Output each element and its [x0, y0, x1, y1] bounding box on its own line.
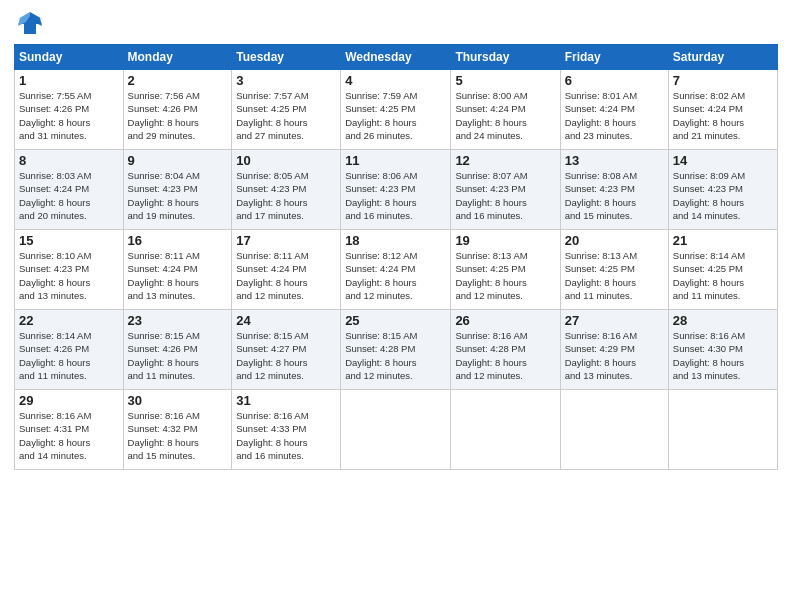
day-cell: 23Sunrise: 8:15 AM Sunset: 4:26 PM Dayli… [123, 310, 232, 390]
day-number: 4 [345, 73, 446, 88]
day-cell: 16Sunrise: 8:11 AM Sunset: 4:24 PM Dayli… [123, 230, 232, 310]
day-info: Sunrise: 8:16 AM Sunset: 4:31 PM Dayligh… [19, 409, 119, 462]
day-cell: 4Sunrise: 7:59 AM Sunset: 4:25 PM Daylig… [341, 70, 451, 150]
day-cell: 9Sunrise: 8:04 AM Sunset: 4:23 PM Daylig… [123, 150, 232, 230]
weekday-header-tuesday: Tuesday [232, 45, 341, 70]
week-row-1: 1Sunrise: 7:55 AM Sunset: 4:26 PM Daylig… [15, 70, 778, 150]
day-cell: 13Sunrise: 8:08 AM Sunset: 4:23 PM Dayli… [560, 150, 668, 230]
day-cell: 30Sunrise: 8:16 AM Sunset: 4:32 PM Dayli… [123, 390, 232, 470]
day-info: Sunrise: 8:15 AM Sunset: 4:27 PM Dayligh… [236, 329, 336, 382]
day-info: Sunrise: 8:16 AM Sunset: 4:32 PM Dayligh… [128, 409, 228, 462]
day-number: 2 [128, 73, 228, 88]
day-info: Sunrise: 8:11 AM Sunset: 4:24 PM Dayligh… [236, 249, 336, 302]
day-number: 18 [345, 233, 446, 248]
day-info: Sunrise: 7:59 AM Sunset: 4:25 PM Dayligh… [345, 89, 446, 142]
day-cell: 28Sunrise: 8:16 AM Sunset: 4:30 PM Dayli… [668, 310, 777, 390]
day-number: 23 [128, 313, 228, 328]
day-number: 24 [236, 313, 336, 328]
day-cell [451, 390, 560, 470]
day-info: Sunrise: 7:55 AM Sunset: 4:26 PM Dayligh… [19, 89, 119, 142]
day-cell: 18Sunrise: 8:12 AM Sunset: 4:24 PM Dayli… [341, 230, 451, 310]
day-cell: 22Sunrise: 8:14 AM Sunset: 4:26 PM Dayli… [15, 310, 124, 390]
day-info: Sunrise: 8:13 AM Sunset: 4:25 PM Dayligh… [455, 249, 555, 302]
day-cell: 1Sunrise: 7:55 AM Sunset: 4:26 PM Daylig… [15, 70, 124, 150]
weekday-header-saturday: Saturday [668, 45, 777, 70]
day-cell: 12Sunrise: 8:07 AM Sunset: 4:23 PM Dayli… [451, 150, 560, 230]
day-cell: 14Sunrise: 8:09 AM Sunset: 4:23 PM Dayli… [668, 150, 777, 230]
day-number: 16 [128, 233, 228, 248]
calendar-header: SundayMondayTuesdayWednesdayThursdayFrid… [15, 45, 778, 70]
day-cell [668, 390, 777, 470]
day-cell: 5Sunrise: 8:00 AM Sunset: 4:24 PM Daylig… [451, 70, 560, 150]
day-number: 3 [236, 73, 336, 88]
day-info: Sunrise: 8:00 AM Sunset: 4:24 PM Dayligh… [455, 89, 555, 142]
day-info: Sunrise: 8:02 AM Sunset: 4:24 PM Dayligh… [673, 89, 773, 142]
day-number: 31 [236, 393, 336, 408]
day-info: Sunrise: 8:16 AM Sunset: 4:30 PM Dayligh… [673, 329, 773, 382]
day-number: 8 [19, 153, 119, 168]
day-info: Sunrise: 8:03 AM Sunset: 4:24 PM Dayligh… [19, 169, 119, 222]
day-number: 25 [345, 313, 446, 328]
day-info: Sunrise: 8:04 AM Sunset: 4:23 PM Dayligh… [128, 169, 228, 222]
day-number: 21 [673, 233, 773, 248]
day-info: Sunrise: 8:14 AM Sunset: 4:26 PM Dayligh… [19, 329, 119, 382]
day-info: Sunrise: 8:07 AM Sunset: 4:23 PM Dayligh… [455, 169, 555, 222]
day-number: 6 [565, 73, 664, 88]
logo [14, 10, 50, 38]
logo-icon [14, 10, 46, 38]
day-cell: 29Sunrise: 8:16 AM Sunset: 4:31 PM Dayli… [15, 390, 124, 470]
weekday-row: SundayMondayTuesdayWednesdayThursdayFrid… [15, 45, 778, 70]
weekday-header-wednesday: Wednesday [341, 45, 451, 70]
day-info: Sunrise: 8:08 AM Sunset: 4:23 PM Dayligh… [565, 169, 664, 222]
weekday-header-friday: Friday [560, 45, 668, 70]
day-cell: 8Sunrise: 8:03 AM Sunset: 4:24 PM Daylig… [15, 150, 124, 230]
week-row-3: 15Sunrise: 8:10 AM Sunset: 4:23 PM Dayli… [15, 230, 778, 310]
day-info: Sunrise: 8:16 AM Sunset: 4:33 PM Dayligh… [236, 409, 336, 462]
header [14, 10, 778, 38]
page-container: SundayMondayTuesdayWednesdayThursdayFrid… [0, 0, 792, 480]
day-number: 7 [673, 73, 773, 88]
day-number: 28 [673, 313, 773, 328]
weekday-header-monday: Monday [123, 45, 232, 70]
day-cell [341, 390, 451, 470]
day-number: 17 [236, 233, 336, 248]
day-info: Sunrise: 8:09 AM Sunset: 4:23 PM Dayligh… [673, 169, 773, 222]
day-number: 1 [19, 73, 119, 88]
day-info: Sunrise: 8:05 AM Sunset: 4:23 PM Dayligh… [236, 169, 336, 222]
day-cell: 11Sunrise: 8:06 AM Sunset: 4:23 PM Dayli… [341, 150, 451, 230]
day-number: 14 [673, 153, 773, 168]
day-cell: 2Sunrise: 7:56 AM Sunset: 4:26 PM Daylig… [123, 70, 232, 150]
week-row-5: 29Sunrise: 8:16 AM Sunset: 4:31 PM Dayli… [15, 390, 778, 470]
day-cell: 15Sunrise: 8:10 AM Sunset: 4:23 PM Dayli… [15, 230, 124, 310]
day-number: 26 [455, 313, 555, 328]
day-info: Sunrise: 7:56 AM Sunset: 4:26 PM Dayligh… [128, 89, 228, 142]
day-number: 22 [19, 313, 119, 328]
day-cell: 25Sunrise: 8:15 AM Sunset: 4:28 PM Dayli… [341, 310, 451, 390]
day-number: 27 [565, 313, 664, 328]
day-info: Sunrise: 8:11 AM Sunset: 4:24 PM Dayligh… [128, 249, 228, 302]
day-cell: 24Sunrise: 8:15 AM Sunset: 4:27 PM Dayli… [232, 310, 341, 390]
weekday-header-sunday: Sunday [15, 45, 124, 70]
day-cell: 10Sunrise: 8:05 AM Sunset: 4:23 PM Dayli… [232, 150, 341, 230]
day-cell: 20Sunrise: 8:13 AM Sunset: 4:25 PM Dayli… [560, 230, 668, 310]
day-info: Sunrise: 8:12 AM Sunset: 4:24 PM Dayligh… [345, 249, 446, 302]
day-info: Sunrise: 8:16 AM Sunset: 4:28 PM Dayligh… [455, 329, 555, 382]
day-info: Sunrise: 7:57 AM Sunset: 4:25 PM Dayligh… [236, 89, 336, 142]
day-info: Sunrise: 8:14 AM Sunset: 4:25 PM Dayligh… [673, 249, 773, 302]
day-number: 19 [455, 233, 555, 248]
day-number: 13 [565, 153, 664, 168]
day-info: Sunrise: 8:15 AM Sunset: 4:28 PM Dayligh… [345, 329, 446, 382]
day-number: 11 [345, 153, 446, 168]
day-cell: 26Sunrise: 8:16 AM Sunset: 4:28 PM Dayli… [451, 310, 560, 390]
day-cell [560, 390, 668, 470]
day-cell: 31Sunrise: 8:16 AM Sunset: 4:33 PM Dayli… [232, 390, 341, 470]
day-info: Sunrise: 8:15 AM Sunset: 4:26 PM Dayligh… [128, 329, 228, 382]
day-number: 20 [565, 233, 664, 248]
day-info: Sunrise: 8:06 AM Sunset: 4:23 PM Dayligh… [345, 169, 446, 222]
day-cell: 21Sunrise: 8:14 AM Sunset: 4:25 PM Dayli… [668, 230, 777, 310]
day-number: 5 [455, 73, 555, 88]
week-row-2: 8Sunrise: 8:03 AM Sunset: 4:24 PM Daylig… [15, 150, 778, 230]
day-number: 30 [128, 393, 228, 408]
calendar-body: 1Sunrise: 7:55 AM Sunset: 4:26 PM Daylig… [15, 70, 778, 470]
day-cell: 7Sunrise: 8:02 AM Sunset: 4:24 PM Daylig… [668, 70, 777, 150]
